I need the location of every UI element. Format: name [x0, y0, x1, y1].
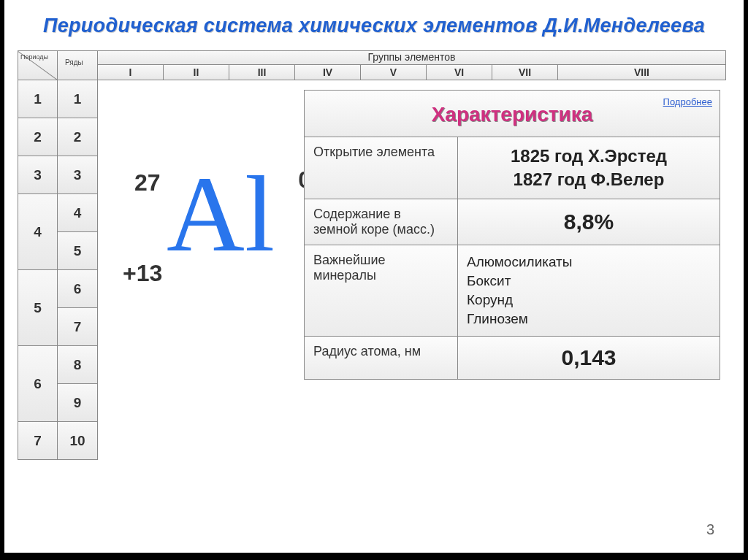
- char-row-minerals: Важнейшие минералы Алюмосиликаты Боксит …: [304, 245, 720, 337]
- group-2[interactable]: II: [164, 65, 229, 80]
- periodic-table-header: Периоды Ряды Группы элементов I II III I…: [18, 50, 726, 80]
- radius-value: 0,143: [467, 345, 711, 370]
- group-6[interactable]: VI: [427, 65, 492, 80]
- char-label-radius: Радиус атома, нм: [305, 337, 458, 379]
- mineral-4: Глинозем: [467, 311, 528, 327]
- char-label-minerals: Важнейшие минералы: [305, 245, 458, 336]
- period-1[interactable]: 1: [18, 80, 58, 118]
- characteristics-panel: Характеристика Подробнее Открытие элемен…: [304, 90, 720, 380]
- group-7[interactable]: VII: [492, 65, 558, 80]
- period-7[interactable]: 7: [18, 422, 58, 460]
- char-row-discovery: Открытие элемента 1825 год Х.Эрстед 1827…: [304, 137, 720, 199]
- page-number: 3: [706, 521, 714, 538]
- group-5[interactable]: V: [361, 65, 427, 80]
- slide-title: Периодическая система химических элемент…: [4, 0, 744, 37]
- crust-value: 8,8%: [467, 210, 711, 234]
- char-label-discovery: Открытие элемента: [305, 137, 458, 199]
- period-5[interactable]: 5: [18, 270, 58, 346]
- char-value-radius: 0,143: [458, 337, 720, 379]
- row-1[interactable]: 1: [58, 80, 98, 118]
- periods-column: 1 2 3 4 5 6 7: [18, 80, 58, 460]
- char-value-crust: 8,8%: [458, 199, 720, 245]
- char-label-crust: Содержание в земной коре (масс.): [305, 199, 458, 245]
- period-6[interactable]: 6: [18, 346, 58, 422]
- discovery-line-1: 1825 год Х.Эрстед: [467, 146, 711, 166]
- mineral-2: Боксит: [467, 273, 511, 289]
- periods-label: Периоды: [20, 53, 48, 61]
- rows-label: Ряды: [65, 58, 83, 66]
- characteristics-title: Характеристика: [305, 91, 720, 138]
- rows-header-cell: Ряды: [58, 50, 98, 80]
- mineral-3: Корунд: [467, 292, 513, 308]
- row-4[interactable]: 4: [58, 194, 98, 232]
- mineral-1: Алюмосиликаты: [467, 254, 572, 270]
- row-8[interactable]: 8: [58, 346, 98, 384]
- element-display: 27 0 Al +13: [114, 136, 304, 326]
- char-value-minerals: Алюмосиликаты Боксит Корунд Глинозем: [458, 245, 720, 336]
- char-row-crust: Содержание в земной коре (масс.) 8,8%: [304, 199, 720, 245]
- row-9[interactable]: 9: [58, 384, 98, 422]
- row-6[interactable]: 6: [58, 270, 98, 308]
- group-3[interactable]: III: [229, 65, 295, 80]
- period-4[interactable]: 4: [18, 194, 58, 270]
- rows-column: 1 2 3 4 5 6 7 8 9 10: [58, 80, 98, 460]
- periods-header-cell: Периоды: [18, 50, 58, 80]
- details-link[interactable]: Подробнее: [663, 96, 712, 107]
- period-3[interactable]: 3: [18, 156, 58, 194]
- period-2[interactable]: 2: [18, 118, 58, 156]
- row-2[interactable]: 2: [58, 118, 98, 156]
- char-row-radius: Радиус атома, нм 0,143: [304, 337, 720, 380]
- row-7[interactable]: 7: [58, 308, 98, 346]
- row-10[interactable]: 10: [58, 422, 98, 460]
- group-4[interactable]: IV: [295, 65, 361, 80]
- char-value-discovery: 1825 год Х.Эрстед 1827 год Ф.Велер: [458, 137, 720, 199]
- group-1[interactable]: I: [98, 65, 164, 80]
- element-symbol: Al: [167, 152, 275, 276]
- row-5[interactable]: 5: [58, 232, 98, 270]
- element-mass: 27: [134, 169, 161, 196]
- discovery-line-2: 1827 год Ф.Велер: [467, 169, 711, 190]
- row-3[interactable]: 3: [58, 156, 98, 194]
- group-8[interactable]: VIII: [558, 65, 726, 80]
- element-number: +13: [123, 260, 162, 287]
- groups-header-label: Группы элементов: [98, 50, 726, 65]
